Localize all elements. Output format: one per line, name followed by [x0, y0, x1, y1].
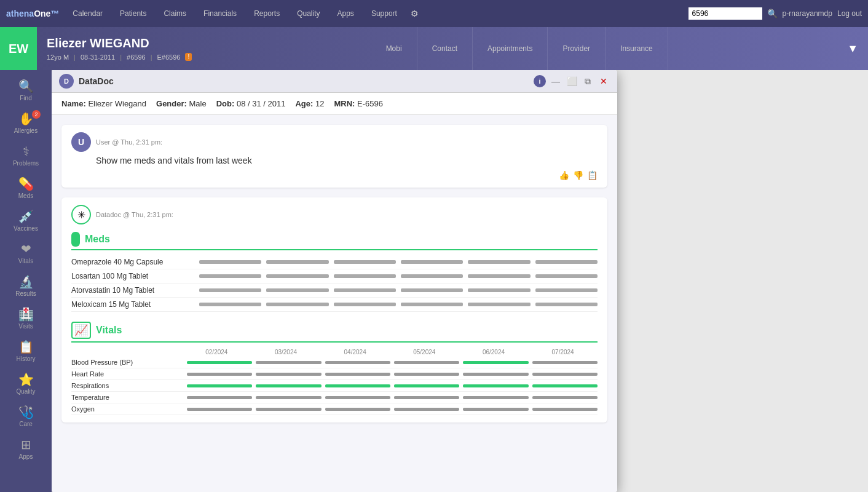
apps-icon: ⊞ — [21, 437, 31, 452]
sidebar-item-meds[interactable]: 💊 Meds — [4, 173, 48, 203]
meds-section-title: Meds — [85, 234, 110, 245]
date-label: 06/2024 — [483, 349, 505, 355]
vitals-date-row: 02/2024 03/2024 04/2024 05/2024 06/2024 … — [71, 347, 598, 357]
nav-calendar[interactable]: Calendar — [69, 7, 106, 20]
vital-bar — [394, 361, 459, 364]
bar — [468, 274, 530, 278]
app-logo: athenaOne™ — [6, 9, 59, 18]
sidebar-item-care[interactable]: 🩺 Care — [4, 401, 48, 431]
med-row: Atorvastatin 10 Mg Tablet — [71, 284, 598, 298]
vital-row: Heart Rate — [71, 368, 598, 380]
sidebar-label-results: Results — [15, 290, 36, 297]
bar — [401, 274, 463, 278]
nav-reports[interactable]: Reports — [250, 7, 283, 20]
restore-button[interactable]: ⬜ — [566, 75, 578, 87]
sidebar-item-vaccines[interactable]: 💉 Vaccines — [4, 205, 48, 236]
vital-name: Blood Pressure (BP) — [71, 359, 182, 366]
bar — [468, 288, 530, 292]
med-name: Meloxicam 15 Mg Tablet — [71, 300, 194, 309]
sidebar-item-visits[interactable]: 🏥 Visits — [4, 303, 48, 333]
bar — [401, 260, 463, 264]
nav-apps[interactable]: Apps — [334, 7, 358, 20]
med-name: Omeprazole 40 Mg Capsule — [71, 258, 194, 266]
meds-section: Meds Omeprazole 40 Mg Capsule — [71, 232, 598, 312]
nav-patients[interactable]: Patients — [116, 7, 150, 20]
med-bars — [199, 274, 598, 278]
vital-bar — [394, 373, 459, 376]
sidebar-label-care: Care — [19, 421, 33, 427]
vaccines-icon: 💉 — [18, 209, 34, 224]
vital-bars — [187, 373, 598, 376]
message-actions: 👍 👎 📋 — [71, 170, 598, 180]
vital-bar — [463, 384, 528, 387]
sidebar-item-vitals[interactable]: ❤ Vitals — [4, 238, 48, 268]
patient-tabs: Mobi Contact Appointments Provider Insur… — [371, 27, 668, 70]
allergies-badge: 2 — [32, 110, 41, 119]
vital-bar — [532, 408, 598, 411]
vital-row: Respirations — [71, 380, 598, 392]
tab-appointments[interactable]: Appointments — [473, 27, 548, 70]
sidebar-item-problems[interactable]: ⚕ Problems — [4, 140, 48, 170]
sidebar-item-quality[interactable]: ⭐ Quality — [4, 368, 48, 399]
med-name: Losartan 100 Mg Tablet — [71, 272, 194, 280]
bar — [468, 260, 530, 264]
bar — [535, 260, 598, 264]
user-sender: User @ Thu, 2:31 pm: — [96, 138, 162, 146]
vital-bar — [394, 396, 459, 399]
med-bars — [199, 260, 598, 264]
content-area: Allergies Cephalosporins Penicillins Med… — [52, 70, 868, 492]
tab-mobile[interactable]: Mobi — [371, 27, 417, 70]
close-button[interactable]: ✕ — [598, 75, 610, 87]
vital-name: Oxygen — [71, 405, 182, 413]
vital-bar — [256, 373, 321, 376]
tab-provider[interactable]: Provider — [548, 27, 606, 70]
thumbs-down-icon[interactable]: 👎 — [573, 170, 583, 180]
nav-financials[interactable]: Financials — [200, 7, 240, 20]
vital-bars — [187, 384, 598, 387]
expand-button[interactable]: ⧉ — [582, 75, 594, 87]
sidebar-item-allergies[interactable]: ✋ 2 Allergies — [4, 108, 48, 138]
bar — [334, 288, 396, 292]
vitals-dates: 02/2024 03/2024 04/2024 05/2024 06/2024 … — [182, 349, 598, 355]
settings-icon[interactable]: ⚙ — [411, 9, 419, 18]
patient-age: 12yo M — [47, 54, 69, 61]
minimize-button[interactable]: — — [550, 75, 562, 87]
user-avatar: U — [71, 132, 91, 152]
chevron-down-icon[interactable]: ▼ — [837, 38, 868, 60]
sidebar-item-find[interactable]: 🔍 Find — [4, 75, 48, 105]
sidebar-label-find: Find — [20, 95, 31, 101]
vital-row: Blood Pressure (BP) — [71, 357, 598, 368]
vital-bar — [187, 396, 252, 399]
vital-bar — [325, 396, 390, 399]
search-input[interactable] — [688, 7, 762, 20]
sidebar-item-history[interactable]: 📋 History — [4, 336, 48, 366]
thumbs-up-icon[interactable]: 👍 — [559, 170, 569, 180]
date-label: 07/2024 — [552, 349, 574, 355]
sidebar-item-apps[interactable]: ⊞ Apps — [4, 434, 48, 464]
tab-contact[interactable]: Contact — [417, 27, 473, 70]
bar — [401, 288, 463, 292]
vital-bar — [187, 361, 252, 364]
date-label: 04/2024 — [344, 349, 366, 355]
vitals-section-title: Vitals — [96, 325, 122, 336]
patient-content: Allergies Cephalosporins Penicillins Med… — [52, 70, 868, 492]
med-row: Meloxicam 15 Mg Tablet — [71, 298, 598, 312]
logout-button[interactable]: Log out — [837, 9, 862, 18]
nav-claims[interactable]: Claims — [160, 7, 190, 20]
nav-support[interactable]: Support — [368, 7, 401, 20]
info-button[interactable]: i — [534, 75, 546, 87]
tab-insurance[interactable]: Insurance — [606, 27, 668, 70]
date-label: 05/2024 — [413, 349, 435, 355]
sidebar-label-quality: Quality — [16, 388, 35, 395]
search-button[interactable]: 🔍 — [767, 9, 778, 18]
sidebar-item-results[interactable]: 🔬 Results — [4, 271, 48, 301]
copy-icon[interactable]: 📋 — [587, 170, 598, 180]
sidebar: 🔍 Find ✋ 2 Allergies ⚕ Problems 💊 Meds 💉… — [0, 70, 52, 492]
age-info: Age: 12 — [295, 99, 324, 108]
nav-quality[interactable]: Quality — [293, 7, 323, 20]
med-row: Losartan 100 Mg Tablet — [71, 269, 598, 284]
bar — [199, 288, 261, 292]
bar — [266, 288, 328, 292]
top-navigation: athenaOne™ Calendar Patients Claims Fina… — [0, 0, 868, 27]
avatar: EW — [0, 27, 37, 70]
